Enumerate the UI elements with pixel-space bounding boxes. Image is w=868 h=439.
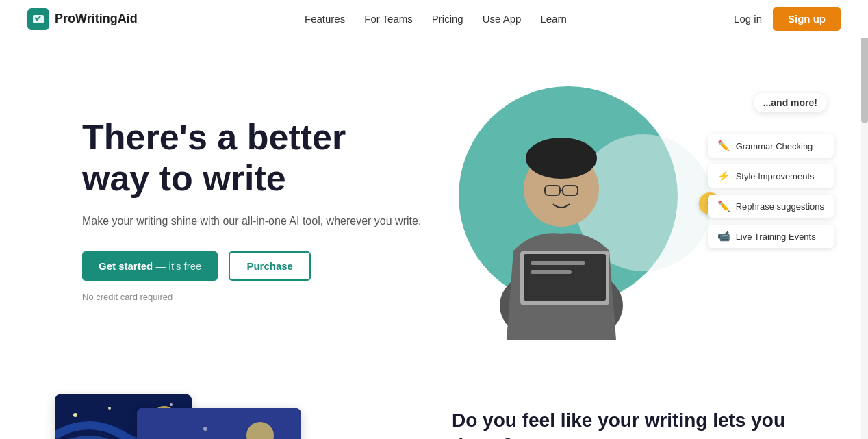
- section2: My idea in my head Do you feel like your…: [0, 367, 868, 439]
- section2-content: Do you feel like your writing lets you d…: [452, 394, 813, 439]
- purchase-button[interactable]: Purchase: [229, 251, 311, 281]
- svg-point-3: [526, 138, 597, 179]
- hero-headline: There's a better way to write: [82, 117, 438, 199]
- nav-item-learn[interactable]: Learn: [540, 13, 566, 25]
- svg-point-15: [170, 403, 173, 406]
- hero-person-svg: [479, 114, 643, 340]
- hero-subtext: Make your writing shine with our all-in-…: [82, 213, 438, 229]
- painting2-svg: [137, 408, 301, 439]
- feature-pills: ✏️ Grammar Checking ⚡ Style Improvements…: [708, 134, 834, 248]
- logo[interactable]: ProWritingAid: [27, 8, 138, 30]
- pill-training: 📹 Live Training Events: [708, 225, 834, 248]
- pill-rephrase: ✏️ Rephrase suggestions: [708, 195, 834, 218]
- svg-point-13: [108, 407, 111, 410]
- svg-rect-19: [137, 408, 301, 439]
- more-bubble: ...and more!: [754, 93, 827, 112]
- section2-headline: Do you feel like your writing lets you d…: [452, 408, 813, 439]
- nav-item-for-teams[interactable]: For Teams: [364, 13, 413, 25]
- painting-front: [137, 408, 301, 439]
- svg-rect-9: [531, 261, 585, 265]
- painting2-bg: [137, 408, 301, 439]
- nav-item-pricing[interactable]: Pricing: [432, 13, 463, 25]
- navbar: ProWritingAid Features For Teams Pricing…: [0, 0, 868, 38]
- painting-stack: My idea in my head: [55, 394, 315, 439]
- nav-actions: Log in Sign up: [734, 7, 841, 31]
- svg-point-12: [73, 413, 77, 417]
- svg-rect-10: [531, 270, 572, 274]
- no-credit-card-text: No credit card required: [82, 292, 438, 302]
- signup-button[interactable]: Sign up: [773, 7, 841, 31]
- nav-item-use-app[interactable]: Use App: [483, 13, 522, 25]
- training-icon: 📹: [717, 230, 730, 242]
- nav-item-features[interactable]: Features: [305, 13, 345, 25]
- style-icon: ⚡: [717, 170, 730, 182]
- login-button[interactable]: Log in: [734, 13, 762, 25]
- hero-content: There's a better way to write Make your …: [82, 117, 438, 302]
- section2-images: My idea in my head: [55, 394, 397, 439]
- logo-icon: [27, 8, 49, 30]
- hero-section: There's a better way to write Make your …: [0, 38, 868, 367]
- pill-style: ⚡ Style Improvements: [708, 164, 834, 188]
- hero-illustration: ...and more! ✦ ✏️ Grammar Checking ⚡ Sty…: [438, 79, 841, 340]
- svg-point-22: [203, 427, 207, 431]
- grammar-icon: ✏️: [717, 140, 730, 152]
- rephrase-icon: ✏️: [717, 200, 730, 212]
- pill-grammar: ✏️ Grammar Checking: [708, 134, 834, 158]
- hero-buttons: Get started — it's free Purchase: [82, 251, 438, 281]
- nav-links: Features For Teams Pricing Use App Learn: [305, 13, 567, 25]
- logo-text: ProWritingAid: [55, 12, 138, 26]
- scrollbar-track[interactable]: [861, 0, 868, 439]
- get-started-button[interactable]: Get started — it's free: [82, 251, 218, 281]
